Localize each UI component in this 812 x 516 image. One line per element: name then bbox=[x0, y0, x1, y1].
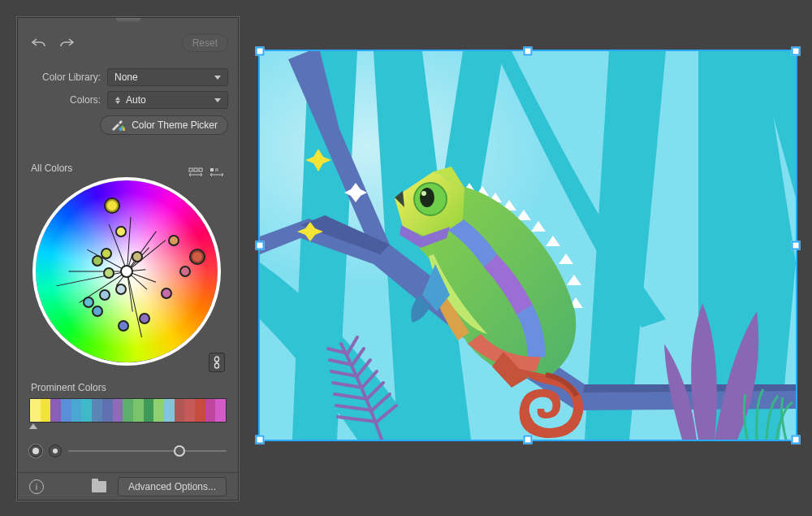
color-wheel[interactable] bbox=[36, 180, 218, 362]
colors-select[interactable]: Auto bbox=[107, 91, 228, 109]
wheel-dot[interactable] bbox=[103, 267, 114, 279]
swatch[interactable] bbox=[184, 399, 195, 422]
advanced-options-button[interactable]: Advanced Options... bbox=[118, 477, 227, 496]
swatch[interactable] bbox=[164, 399, 175, 422]
wheel-dot[interactable] bbox=[139, 313, 150, 324]
wheel-mode-b-button[interactable] bbox=[207, 163, 227, 180]
color-library-value: None bbox=[114, 72, 138, 83]
wheel-dot[interactable] bbox=[168, 235, 179, 246]
swatch[interactable] bbox=[50, 399, 61, 422]
swatch[interactable] bbox=[102, 399, 113, 422]
swatch-caret[interactable] bbox=[29, 423, 37, 429]
slider-thumb[interactable] bbox=[174, 445, 185, 457]
wheel-dot[interactable] bbox=[104, 197, 120, 214]
swatch[interactable] bbox=[61, 399, 71, 422]
undo-button[interactable] bbox=[29, 34, 49, 52]
stepper-icon bbox=[114, 97, 121, 104]
svg-point-29 bbox=[420, 188, 434, 207]
handle-w[interactable] bbox=[256, 241, 265, 250]
chevron-down-icon bbox=[214, 98, 221, 102]
wheel-mode-a-button[interactable] bbox=[186, 163, 205, 180]
wheel-center[interactable] bbox=[120, 265, 133, 278]
recolor-panel: Reset Color Library: None Colors: Auto bbox=[17, 17, 239, 501]
svg-rect-5 bbox=[199, 168, 202, 171]
info-button[interactable]: i bbox=[29, 479, 44, 494]
svg-point-30 bbox=[421, 191, 426, 196]
swatch[interactable] bbox=[133, 399, 144, 422]
color-theme-picker-label: Color Theme Picker bbox=[132, 119, 218, 131]
swatch[interactable] bbox=[205, 399, 216, 422]
swatch[interactable] bbox=[71, 399, 82, 422]
redo-button[interactable] bbox=[57, 34, 76, 52]
swatch[interactable] bbox=[92, 399, 102, 422]
chameleon-artwork bbox=[260, 51, 796, 440]
colors-label: Colors: bbox=[18, 94, 107, 106]
svg-rect-7 bbox=[215, 168, 218, 171]
prominent-colors-label: Prominent Colors bbox=[31, 382, 106, 393]
wheel-dot[interactable] bbox=[189, 249, 205, 265]
wheel-dot[interactable] bbox=[179, 266, 191, 277]
wheel-dot[interactable] bbox=[101, 248, 112, 259]
wheel-dot[interactable] bbox=[115, 226, 127, 237]
chain-icon bbox=[213, 356, 221, 369]
svg-rect-8 bbox=[220, 168, 223, 171]
all-colors-label: All Colors bbox=[31, 163, 72, 174]
colors-value: Auto bbox=[126, 94, 146, 106]
swatch[interactable] bbox=[113, 399, 123, 422]
radio-large[interactable] bbox=[29, 444, 42, 457]
reset-button[interactable]: Reset bbox=[182, 34, 228, 52]
swatch[interactable] bbox=[30, 399, 41, 422]
handle-e[interactable] bbox=[792, 241, 801, 250]
wheel-dot[interactable] bbox=[132, 251, 143, 262]
save-group-button[interactable] bbox=[92, 481, 106, 492]
eyedropper-icon bbox=[110, 119, 125, 131]
color-theme-picker-button[interactable]: Color Theme Picker bbox=[100, 115, 228, 135]
wheel-dot[interactable] bbox=[83, 297, 94, 308]
svg-rect-6 bbox=[210, 168, 214, 171]
canvas-artwork[interactable] bbox=[260, 51, 796, 440]
handle-se[interactable] bbox=[792, 436, 801, 444]
swatch[interactable] bbox=[215, 399, 226, 422]
prominent-colors-strip[interactable] bbox=[29, 398, 227, 423]
svg-rect-3 bbox=[189, 168, 192, 171]
swatch[interactable] bbox=[175, 399, 185, 422]
svg-point-1 bbox=[119, 128, 122, 131]
swatch[interactable] bbox=[153, 399, 164, 422]
handle-sw[interactable] bbox=[256, 436, 265, 444]
wheel-dot[interactable] bbox=[161, 288, 172, 299]
color-library-label: Color Library: bbox=[18, 72, 107, 83]
handle-s[interactable] bbox=[524, 436, 533, 444]
handle-nw[interactable] bbox=[256, 47, 265, 56]
radio-small[interactable] bbox=[49, 444, 62, 457]
wheel-dot[interactable] bbox=[92, 255, 103, 267]
handle-ne[interactable] bbox=[792, 47, 801, 56]
wheel-dot[interactable] bbox=[92, 306, 103, 317]
panel-grip[interactable] bbox=[116, 18, 140, 22]
color-library-select[interactable]: None bbox=[107, 68, 228, 86]
handle-n[interactable] bbox=[524, 47, 533, 56]
swatch[interactable] bbox=[144, 399, 154, 422]
wheel-dot[interactable] bbox=[99, 289, 110, 301]
swatch[interactable] bbox=[123, 399, 133, 422]
svg-rect-4 bbox=[194, 168, 197, 171]
wheel-dot[interactable] bbox=[115, 284, 127, 295]
swatch[interactable] bbox=[41, 399, 51, 422]
swatch[interactable] bbox=[81, 399, 92, 422]
chevron-down-icon bbox=[214, 76, 221, 80]
swatch[interactable] bbox=[195, 399, 205, 422]
wheel-dot[interactable] bbox=[118, 320, 129, 332]
weight-slider[interactable] bbox=[68, 450, 227, 452]
link-colors-toggle[interactable] bbox=[209, 353, 225, 372]
